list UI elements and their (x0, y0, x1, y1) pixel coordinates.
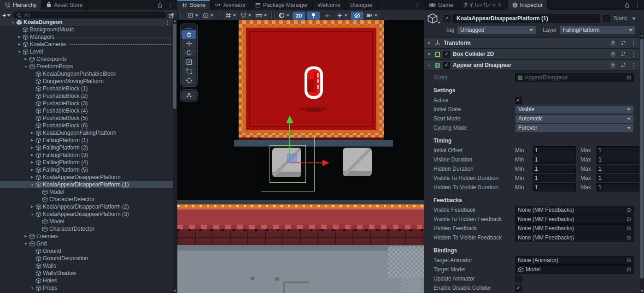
hand-tool-button[interactable] (181, 30, 196, 39)
presets-icon[interactable] (621, 40, 626, 46)
object-picker-icon[interactable]: ⊙ (626, 235, 631, 240)
hierarchy-search-input[interactable]: All (13, 12, 166, 19)
panel-menu-icon[interactable]: ⋮ (634, 2, 640, 8)
tab-asset-store[interactable]: Asset Store (41, 0, 88, 10)
scrollbar-thumb[interactable] (640, 39, 644, 279)
layer-dropdown[interactable]: FallingPlatform (559, 26, 636, 35)
tree-item[interactable]: DungeonMovingPlatform (0, 78, 173, 85)
min-input[interactable]: 1 (533, 165, 576, 173)
max-input[interactable]: 1 (596, 146, 639, 155)
field-dropdown[interactable]: Visible (515, 105, 634, 114)
inspector-scrollbar[interactable]: ▲ ▼ (640, 33, 644, 293)
tree-item[interactable]: PushableBlock (1) (0, 85, 173, 92)
max-input[interactable]: 1 (596, 155, 639, 164)
scrollbar-thumb[interactable] (173, 24, 176, 109)
field-object[interactable]: Model⊙ (515, 265, 634, 274)
custom-tool-button[interactable] (181, 91, 196, 100)
tree-item[interactable]: GroundDecoration (0, 255, 173, 262)
component-header-appear-and-disappear[interactable]: ▼ # ✓ Appear and Disappear ? ⋮ (424, 60, 639, 71)
object-picker-icon[interactable]: ⊙ (626, 267, 631, 272)
gizmo-xy-plane-handle[interactable] (287, 154, 297, 163)
tree-item[interactable]: PushableBlock (6) (0, 122, 173, 129)
tree-item[interactable]: ▶Checkpoints (0, 55, 173, 63)
tab-game[interactable]: Game (424, 0, 458, 10)
field-object[interactable]: None (MM Feedbacks)⊙ (515, 206, 634, 215)
field-dropdown[interactable]: Automatic (515, 114, 634, 123)
max-input[interactable]: 1 (596, 174, 639, 182)
create-object-button[interactable]: + (2, 12, 11, 19)
scroll-up-icon[interactable]: ▲ (173, 18, 176, 23)
hierarchy-scrollbar[interactable]: ▲ ▼ (173, 18, 177, 293)
panel-menu-icon[interactable]: ⋮ (414, 2, 420, 8)
help-icon[interactable]: ? (610, 62, 616, 68)
tree-item[interactable]: CharacterDetector (0, 196, 173, 203)
scroll-down-icon[interactable]: ▼ (173, 289, 176, 293)
foldout-open-icon[interactable]: ▼ (29, 183, 35, 186)
tree-item[interactable]: ▶Managers (0, 33, 173, 41)
rotate-tool-button[interactable] (181, 48, 196, 57)
pivot-mode-button[interactable] (201, 12, 215, 20)
tab-tile-palette[interactable]: タイルパレット (458, 0, 508, 10)
help-icon[interactable]: ? (610, 40, 616, 46)
tree-item[interactable]: ▶FallingPlatform (3) (0, 151, 173, 159)
foldout-open-icon[interactable]: ▼ (29, 287, 35, 290)
tab-animator[interactable]: Animator (211, 0, 251, 10)
presets-icon[interactable] (621, 51, 626, 57)
tree-item[interactable]: Walls (0, 262, 173, 269)
active-checkbox[interactable]: ✓ (444, 15, 451, 22)
static-checkbox[interactable] (603, 15, 610, 22)
foldout-closed-icon[interactable]: ▶ (29, 168, 35, 172)
2d-mode-button[interactable]: 2D (293, 12, 305, 20)
grid-visibility-button[interactable] (224, 12, 238, 20)
scroll-up-icon[interactable]: ▲ (640, 33, 644, 37)
tab-inspector[interactable]: Inspector (508, 0, 548, 10)
foldout-closed-icon[interactable]: ▶ (29, 138, 35, 142)
foldout-closed-icon[interactable]: ▶ (29, 161, 35, 164)
tree-item[interactable]: ▶KoalaAppearDisappearPlatform (2) (0, 203, 173, 210)
tree-item[interactable]: ▼Grid (0, 240, 173, 247)
object-picker-icon[interactable]: ⊙ (626, 207, 631, 213)
foldout-open-icon[interactable]: ▼ (23, 65, 29, 68)
ruler-button[interactable] (254, 12, 269, 20)
foldout-closed-icon[interactable]: ▶ (29, 146, 35, 149)
tab-dialogue[interactable]: Dialogue (345, 0, 377, 10)
object-picker-icon[interactable]: ⊙ (626, 216, 631, 222)
foldout-open-icon[interactable]: ▼ (10, 21, 16, 24)
tree-item[interactable]: ▼Level (0, 48, 173, 55)
foldout-open-icon[interactable]: ▼ (427, 64, 432, 67)
lock-icon[interactable] (158, 2, 163, 8)
tree-item[interactable]: ▶KoalaAppearDisappearPlatform (0, 173, 173, 181)
foldout-closed-icon[interactable]: ▶ (29, 205, 35, 209)
field-object[interactable]: None (MM Feedbacks)⊙ (515, 224, 634, 233)
rect-tool-button[interactable] (181, 67, 196, 76)
object-picker-icon[interactable]: ⊙ (626, 226, 631, 231)
presets-icon[interactable] (621, 62, 626, 68)
scene-camera-button[interactable] (365, 12, 379, 20)
foldout-closed-icon[interactable]: ▶ (427, 52, 432, 56)
hidden-objects-button[interactable] (351, 12, 363, 20)
overlay-grip[interactable] (185, 26, 193, 29)
tree-item[interactable]: WallsShadow (0, 269, 173, 277)
component-header-box-collider-2d[interactable]: ▶ ✓ Box Collider 2D ? ⋮ (424, 48, 639, 60)
foldout-open-icon[interactable]: ▼ (29, 213, 35, 216)
lock-icon[interactable] (625, 2, 630, 8)
draw-mode-button[interactable] (277, 12, 291, 20)
tree-item[interactable]: ▼KoalaAppearDisappearPlatform (3) (0, 210, 173, 218)
tree-item[interactable]: Model (0, 188, 173, 196)
audio-mute-button[interactable] (321, 12, 334, 20)
foldout-closed-icon[interactable]: ▶ (17, 35, 22, 39)
component-menu-icon[interactable]: ⋮ (631, 40, 637, 46)
component-header-transform[interactable]: ▶ Transform ? ⋮ (424, 37, 639, 48)
tree-item[interactable]: Holes (0, 277, 173, 284)
field-checkbox[interactable]: ✓ (515, 97, 522, 104)
tree-item[interactable]: ▼KoalaAppearDisappearPlatform (1) (0, 181, 173, 188)
foldout-closed-icon[interactable]: ▶ (29, 175, 35, 179)
foldout-closed-icon[interactable]: ▶ (17, 42, 22, 46)
effects-visibility-button[interactable] (335, 12, 349, 20)
max-input[interactable]: 1 (596, 165, 639, 173)
foldout-open-icon[interactable]: ▼ (17, 50, 22, 54)
scene-canvas[interactable] (177, 20, 424, 293)
toolbar-grip[interactable] (271, 12, 275, 19)
toolbar-grip[interactable] (218, 12, 221, 19)
open-search-window-icon[interactable] (169, 12, 175, 18)
